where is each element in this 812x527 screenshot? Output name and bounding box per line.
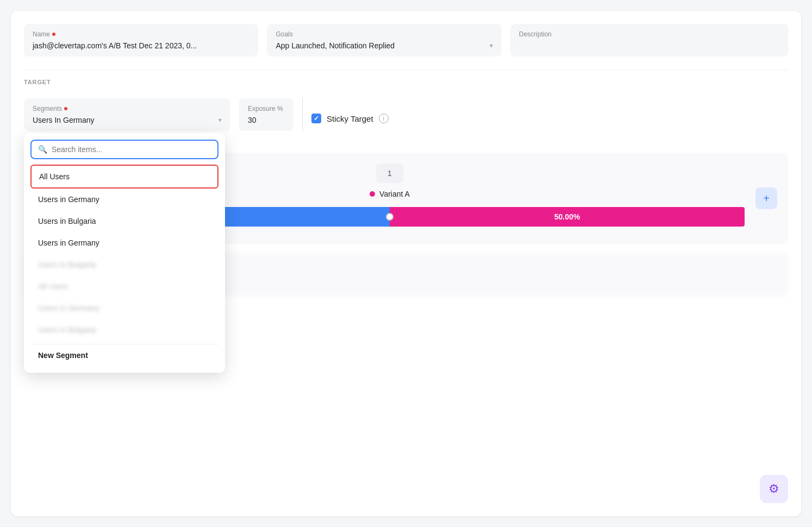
segments-dropdown-trigger[interactable]: Segments Users In Germany ▾ 🔍 All Users … — [24, 98, 230, 131]
goals-field[interactable]: Goals App Launched, Notification Replied… — [267, 24, 501, 57]
goals-value: App Launched, Notification Replied ▾ — [276, 41, 492, 50]
gear-button[interactable]: ⚙ — [760, 475, 788, 503]
dropdown-item-users-bulgaria-1[interactable]: Users in Bulgaria — [30, 210, 218, 232]
name-label: Name — [33, 30, 249, 38]
new-segment-button[interactable]: New Segment — [30, 344, 218, 366]
exposure-label: Exposure % — [248, 105, 285, 112]
sticky-target-checkbox[interactable] — [311, 114, 321, 123]
dropdown-item-blurred-4: Users in Bulgaria — [30, 319, 218, 341]
variant-a-dot — [370, 191, 375, 197]
dropdown-item-users-germany-2[interactable]: Users in Germany — [30, 232, 218, 254]
exposure-value: 30 — [248, 116, 285, 124]
variant-a-bar: 50.00% — [390, 207, 745, 227]
goals-label: Goals — [276, 30, 492, 38]
search-input[interactable] — [52, 145, 211, 154]
segments-label: Segments — [33, 105, 222, 112]
description-field: Description — [510, 24, 788, 57]
dropdown-item-users-germany-1[interactable]: Users in Germany — [30, 189, 218, 210]
segments-dropdown: 🔍 All Users Users in Germany Users in Bu… — [24, 133, 225, 373]
dropdown-item-blurred-1: Users in Bulgaria — [30, 254, 218, 275]
target-section-label: TARGET — [24, 70, 788, 90]
add-variant-button[interactable]: + — [755, 187, 777, 209]
segments-value: Users In Germany ▾ — [33, 116, 222, 124]
search-box: 🔍 — [30, 140, 218, 159]
variant-number: 1 — [376, 164, 403, 183]
exposure-field: Exposure % 30 — [239, 98, 293, 131]
page-wrapper: Name jash@clevertap.com's A/B Test Dec 2… — [11, 11, 801, 516]
name-value: jash@clevertap.com's A/B Test Dec 21 202… — [33, 41, 249, 50]
name-required-dot — [52, 33, 55, 36]
description-label: Description — [519, 30, 779, 38]
goals-chevron-icon: ▾ — [490, 42, 493, 49]
top-fields: Name jash@clevertap.com's A/B Test Dec 2… — [24, 24, 788, 57]
dropdown-item-blurred-2: All Users — [30, 275, 218, 297]
name-field: Name jash@clevertap.com's A/B Test Dec 2… — [24, 24, 258, 57]
dropdown-item-all-users[interactable]: All Users — [30, 165, 218, 189]
variant-a-label: Variant A — [379, 190, 410, 198]
vertical-divider — [302, 98, 303, 131]
target-row: Segments Users In Germany ▾ 🔍 All Users … — [24, 98, 788, 131]
slider-handle[interactable] — [386, 213, 393, 221]
gear-icon: ⚙ — [769, 482, 779, 496]
sticky-target-row: Sticky Target i — [311, 98, 389, 123]
variant-label-row: Variant A — [370, 190, 410, 198]
dropdown-item-blurred-3: Users in Germany — [30, 297, 218, 319]
segments-required-dot — [64, 107, 67, 110]
sticky-target-label: Sticky Target — [327, 114, 373, 123]
segments-chevron-icon: ▾ — [218, 116, 222, 124]
search-icon: 🔍 — [38, 145, 47, 154]
sticky-target-info-icon[interactable]: i — [379, 114, 389, 123]
